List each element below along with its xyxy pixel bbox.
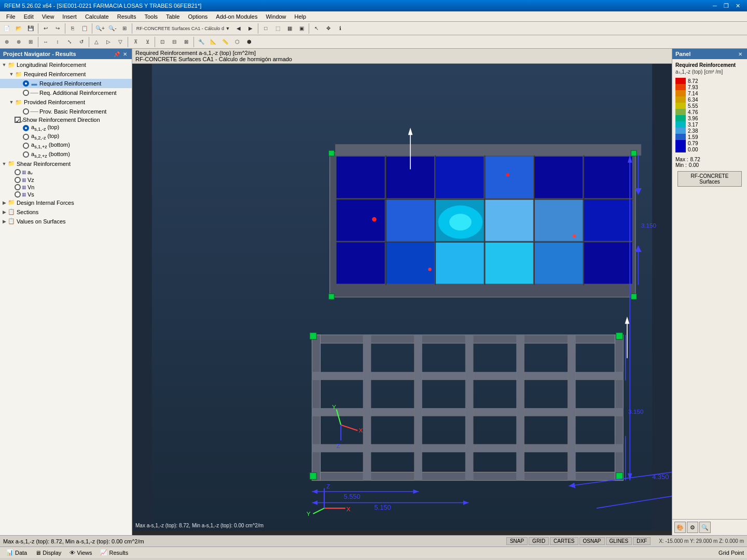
- menu-addon[interactable]: Add-on Modules: [212, 12, 261, 21]
- svg-rect-12: [485, 199, 533, 241]
- nav-pin[interactable]: 📌: [113, 50, 120, 58]
- viewport[interactable]: Required Reinforcement a-s,1,-z (top) [c…: [132, 49, 672, 535]
- tb-render3[interactable]: ▦: [284, 23, 295, 34]
- tb2-14[interactable]: ⊟: [169, 36, 180, 48]
- tb-save[interactable]: 💾: [25, 23, 36, 34]
- close-button[interactable]: ✕: [732, 2, 743, 10]
- tb2-2[interactable]: ⊗: [13, 36, 24, 48]
- panel-tb-zoom[interactable]: 🔍: [699, 522, 711, 533]
- tb-nav-prev[interactable]: ◀: [233, 23, 244, 34]
- tb-redo[interactable]: ↪: [52, 23, 63, 34]
- tb-move[interactable]: ✥: [323, 23, 334, 34]
- tb2-3[interactable]: ⊞: [25, 36, 36, 48]
- legend-value-0: 8.72: [688, 78, 698, 84]
- tb-render2[interactable]: ⬚: [272, 23, 283, 34]
- viewport-canvas[interactable]: 3.150: [132, 64, 672, 530]
- tree-as1z-bot[interactable]: as,1,+z (bottom): [0, 141, 132, 150]
- tb-undo[interactable]: ↩: [40, 23, 51, 34]
- cartes-tab[interactable]: CARTES: [550, 537, 578, 545]
- tree-show-dir[interactable]: ✓ Show Reinforcement Direction: [0, 116, 132, 123]
- tree-vz[interactable]: ▦ Vz: [0, 176, 132, 184]
- minimize-button[interactable]: ─: [710, 2, 720, 10]
- tb-render1[interactable]: □: [260, 23, 271, 34]
- tree-as1z-top[interactable]: as,1,-z (top): [0, 123, 132, 132]
- tb2-15[interactable]: ⊠: [181, 36, 192, 48]
- nav-display-btn[interactable]: 🖥 Display: [32, 549, 64, 556]
- snap-tab[interactable]: SNAP: [506, 537, 528, 545]
- tree-av[interactable]: ▦ aᵥ: [0, 169, 132, 176]
- nav-data-btn[interactable]: 📊 Data: [3, 549, 30, 556]
- tb-render4[interactable]: ▣: [296, 23, 307, 34]
- right-panel: Panel ✕ Required Reinforcement aₛ,1,-z (…: [672, 49, 747, 535]
- menu-view[interactable]: View: [38, 12, 59, 21]
- tree-sections[interactable]: ▶ 📋 Sections: [0, 207, 132, 217]
- tb2-11[interactable]: ⊼: [130, 36, 141, 48]
- osnap-tab[interactable]: OSNAP: [579, 537, 605, 545]
- dxf-tab[interactable]: DXF: [633, 537, 651, 545]
- tb2-20[interactable]: ⬢: [243, 36, 255, 48]
- tb2-13[interactable]: ⊡: [157, 36, 168, 48]
- grid-tab[interactable]: GRID: [529, 537, 549, 545]
- nav-tree: ▼ 📁 Longitudinal Reinforcement ▼ 📁 Requi…: [0, 59, 132, 535]
- bar-icon-vz: ▦: [22, 177, 26, 183]
- tb-nav-next[interactable]: ▶: [245, 23, 256, 34]
- tb2-7[interactable]: ↺: [76, 36, 87, 48]
- tb-rf-concrete[interactable]: RF-CONCRETE Surfaces CA1 - Cálculo d ▼: [134, 23, 232, 34]
- menu-insert[interactable]: Insert: [58, 12, 81, 21]
- tb-zoom-in[interactable]: 🔍+: [94, 23, 106, 34]
- panel-tb-settings[interactable]: ⚙: [687, 522, 698, 533]
- tb-paste[interactable]: 📋: [79, 23, 90, 34]
- glines-tab[interactable]: GLINES: [606, 537, 632, 545]
- tb2-10[interactable]: ▽: [115, 36, 126, 48]
- menu-calculate[interactable]: Calculate: [81, 12, 113, 21]
- tb2-5[interactable]: ↕: [52, 36, 63, 48]
- tree-shear[interactable]: ▼ 📁 Shear Reinforcement: [0, 159, 132, 169]
- tb2-9[interactable]: ▷: [103, 36, 114, 48]
- nav-close[interactable]: ✕: [121, 50, 129, 58]
- tree-longitudinal[interactable]: ▼ 📁 Longitudinal Reinforcement: [0, 60, 132, 69]
- tree-values-surf[interactable]: ▶ 📋 Values on Surfaces: [0, 217, 132, 226]
- tb-zoom-out[interactable]: 🔍-: [107, 23, 118, 34]
- panel-close-btn[interactable]: ✕: [737, 50, 744, 58]
- menu-table[interactable]: Table: [162, 12, 184, 21]
- tree-prov-reinf-folder[interactable]: ▼ 📁 Provided Reinforcement: [0, 97, 132, 107]
- menu-help[interactable]: Help: [290, 12, 311, 21]
- tree-as2z-top[interactable]: as,2,-z (top): [0, 132, 132, 141]
- tree-req-reinf-folder[interactable]: ▼ 📁 Required Reinforcement: [0, 69, 132, 79]
- tb2-6[interactable]: ⤡: [64, 36, 75, 48]
- menu-options[interactable]: Options: [184, 12, 212, 21]
- tree-req-add[interactable]: ── Req. Additional Reinforcement: [0, 88, 132, 97]
- tree-vs[interactable]: ▦ Vs: [0, 191, 132, 198]
- menu-results[interactable]: Results: [113, 12, 141, 21]
- rf-concrete-button[interactable]: RF-CONCRETE Surfaces: [677, 171, 742, 187]
- tb2-4[interactable]: ↔: [40, 36, 51, 48]
- tb-copy[interactable]: ⎘: [67, 23, 78, 34]
- tb2-19[interactable]: ⬡: [231, 36, 243, 48]
- tb-open[interactable]: 📂: [13, 23, 24, 34]
- legend-row-8: 2.38: [675, 128, 744, 134]
- menu-file[interactable]: File: [2, 12, 20, 21]
- menu-window[interactable]: Window: [261, 12, 290, 21]
- legend-color-8: [675, 128, 686, 134]
- tb-new[interactable]: 📄: [1, 23, 12, 34]
- tb2-1[interactable]: ⊕: [1, 36, 12, 48]
- menu-edit[interactable]: Edit: [20, 12, 38, 21]
- tb-zoom-all[interactable]: ⊞: [119, 23, 130, 34]
- panel-tb-palette[interactable]: 🎨: [674, 522, 686, 533]
- menu-tools[interactable]: Tools: [140, 12, 162, 21]
- nav-results-btn[interactable]: 📈 Results: [97, 549, 131, 556]
- tree-design-forces[interactable]: ▶ 📁 Design Internal Forces: [0, 198, 132, 207]
- tb-info[interactable]: ℹ: [335, 23, 346, 34]
- nav-views-btn[interactable]: 👁 Views: [66, 549, 95, 556]
- tree-vn[interactable]: ▦ Vn: [0, 184, 132, 191]
- tb2-12[interactable]: ⊻: [142, 36, 153, 48]
- tb2-16[interactable]: 🔧: [196, 36, 207, 48]
- tb2-18[interactable]: 📏: [219, 36, 231, 48]
- tree-prov-basic[interactable]: ── Prov. Basic Reinforcement: [0, 107, 132, 116]
- maximize-button[interactable]: ❐: [721, 2, 731, 10]
- tree-as2z-bot[interactable]: as,2,+z (bottom): [0, 150, 132, 159]
- tree-req-reinf-item[interactable]: ▬ Required Reinforcement: [0, 79, 132, 88]
- tb-select[interactable]: ↖: [311, 23, 322, 34]
- tb2-8[interactable]: △: [91, 36, 102, 48]
- tb2-17[interactable]: 📐: [208, 36, 219, 48]
